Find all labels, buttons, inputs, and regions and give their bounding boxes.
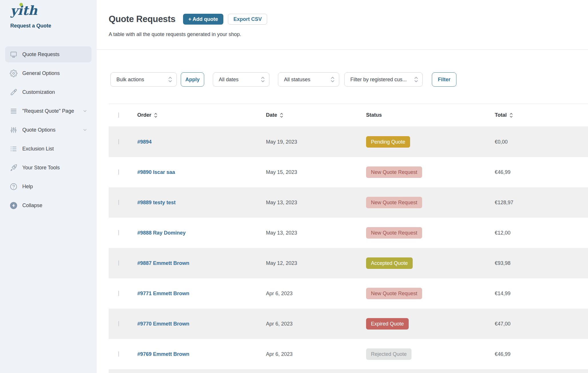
gear-icon [10, 70, 17, 77]
row-checkbox[interactable] [118, 139, 119, 144]
bulk-actions-select[interactable]: Bulk actions [110, 72, 177, 87]
status-badge: New Quote Request [366, 227, 422, 239]
sidebar-item-exclusion-list[interactable]: Exclusion List [5, 141, 92, 157]
sidebar-item-label: Help [22, 184, 33, 190]
table-body: #9894 May 19, 2023 Pending Quote €0,00 #… [109, 127, 588, 373]
order-link[interactable]: #9888 Ray Dominey [137, 230, 186, 236]
sidebar-item-quote-requests[interactable]: Quote Requests [5, 46, 92, 62]
status-badge: New Quote Request [366, 166, 422, 178]
monitor-icon [10, 51, 17, 58]
table-row: #9769 Emmett Brown Apr 6, 2023 Rejected … [109, 339, 588, 369]
table-row: #9771 Emmett Brown Apr 6, 2023 New Quote… [109, 278, 588, 309]
order-link[interactable]: #9889 testy test [137, 200, 176, 205]
sidebar-item-request-quote-page[interactable]: "Request Quote" Page [5, 103, 92, 119]
date-cell: Apr 6, 2023 [266, 291, 366, 297]
sidebar-item-general-options[interactable]: General Options [5, 65, 92, 81]
status-badge: Accepted Quote [366, 257, 413, 269]
sidebar-item-label: Your Store Tools [22, 165, 60, 171]
table-row-partial [109, 369, 588, 373]
date-cell: May 19, 2023 [266, 139, 366, 145]
sidebar-item-help[interactable]: Help [5, 178, 92, 195]
order-link[interactable]: #9770 Emmett Brown [137, 321, 189, 327]
select-arrows-icon [330, 76, 335, 83]
row-checkbox[interactable] [118, 260, 119, 266]
filter-bar: Bulk actions Apply All dates All statuse… [110, 72, 588, 87]
date-filter-value: All dates [219, 77, 258, 83]
table-row: #9888 Ray Dominey May 13, 2023 New Quote… [109, 218, 588, 248]
sidebar-item-your-store-tools[interactable]: Your Store Tools [5, 160, 92, 176]
row-checkbox[interactable] [118, 230, 119, 235]
total-cell: €47,00 [495, 321, 588, 327]
page-title: Quote Requests [109, 14, 176, 24]
date-cell: May 15, 2023 [266, 169, 366, 175]
status-badge: Rejected Quote [366, 348, 412, 360]
row-checkbox[interactable] [118, 321, 119, 326]
apply-button[interactable]: Apply [181, 72, 204, 87]
filter-button[interactable]: Filter [432, 72, 456, 87]
main-content: Quote Requests + Add quote Export CSV A … [97, 0, 588, 373]
yith-logo: yith [10, 1, 39, 20]
column-header-order[interactable]: Order [137, 112, 266, 118]
quotes-table: Order Date Status Total #9894 May 19, 20… [109, 104, 588, 373]
select-all-checkbox[interactable] [118, 112, 119, 118]
sidebar-item-label: Quote Requests [22, 51, 59, 57]
select-arrows-icon [414, 76, 418, 83]
customer-filter-value: Filter by registered cus... [350, 77, 412, 83]
sidebar-item-label: Exclusion List [22, 146, 54, 152]
column-header-date[interactable]: Date [266, 112, 366, 118]
sidebar-nav: Quote Requests General Options Customiza… [5, 46, 92, 213]
status-badge: Pending Quote [366, 136, 410, 148]
list-icon [10, 145, 17, 153]
row-checkbox[interactable] [118, 200, 119, 205]
lines-icon [10, 107, 17, 115]
page-subtitle: A table with all the quote requests gene… [109, 31, 588, 37]
page-header: Quote Requests + Add quote Export CSV A … [97, 0, 588, 50]
total-cell: €128,97 [495, 200, 588, 206]
logo-dot [19, 3, 23, 6]
rocket-icon [10, 164, 17, 172]
status-filter-value: All statuses [284, 77, 328, 83]
sidebar-item-label: Customization [22, 89, 55, 95]
row-checkbox[interactable] [118, 291, 119, 296]
order-link[interactable]: #9769 Emmett Brown [137, 351, 189, 357]
order-link[interactable]: #9894 [137, 139, 152, 145]
sidebar-item-label: Quote Options [22, 127, 55, 133]
order-link[interactable]: #9890 Iscar saa [137, 169, 175, 175]
status-badge: New Quote Request [366, 197, 422, 208]
sort-icon [280, 112, 283, 118]
total-cell: €46,99 [495, 351, 588, 357]
add-quote-button[interactable]: + Add quote [183, 14, 224, 25]
column-header-total[interactable]: Total [495, 112, 588, 118]
date-filter-select[interactable]: All dates [213, 72, 269, 87]
total-cell: €46,99 [495, 169, 588, 175]
total-cell: €14,99 [495, 291, 588, 297]
status-badge: Expired Quote [366, 318, 409, 330]
sidebar-item-customization[interactable]: Customization [5, 84, 92, 100]
row-checkbox[interactable] [118, 351, 119, 357]
order-link[interactable]: #9887 Emmett Brown [137, 260, 189, 266]
plugin-name: Request a Quote [10, 23, 51, 29]
order-link[interactable]: #9771 Emmett Brown [137, 291, 189, 296]
bulk-actions-value: Bulk actions [116, 77, 166, 83]
table-header-row: Order Date Status Total [109, 104, 588, 127]
collapse-icon [10, 202, 17, 209]
date-cell: May 13, 2023 [266, 230, 366, 236]
table-row: #9890 Iscar saa May 15, 2023 New Quote R… [109, 157, 588, 187]
total-cell: €12,00 [495, 230, 588, 236]
status-filter-select[interactable]: All statuses [278, 72, 339, 87]
select-arrows-icon [168, 76, 172, 83]
export-csv-button[interactable]: Export CSV [228, 14, 267, 25]
chevron-down-icon [82, 127, 88, 132]
table-row: #9894 May 19, 2023 Pending Quote €0,00 [109, 127, 588, 157]
total-cell: €93,98 [495, 260, 588, 266]
sort-icon [509, 112, 513, 118]
help-icon [10, 183, 17, 191]
date-cell: Apr 6, 2023 [266, 321, 366, 327]
select-arrows-icon [261, 76, 265, 83]
sidebar-item-quote-options[interactable]: Quote Options [5, 122, 92, 138]
date-cell: May 12, 2023 [266, 260, 366, 266]
customer-filter-select[interactable]: Filter by registered cus... [344, 72, 423, 87]
sidebar-item-collapse[interactable]: Collapse [5, 197, 92, 213]
row-checkbox[interactable] [118, 169, 119, 175]
sliders-icon [10, 126, 17, 134]
